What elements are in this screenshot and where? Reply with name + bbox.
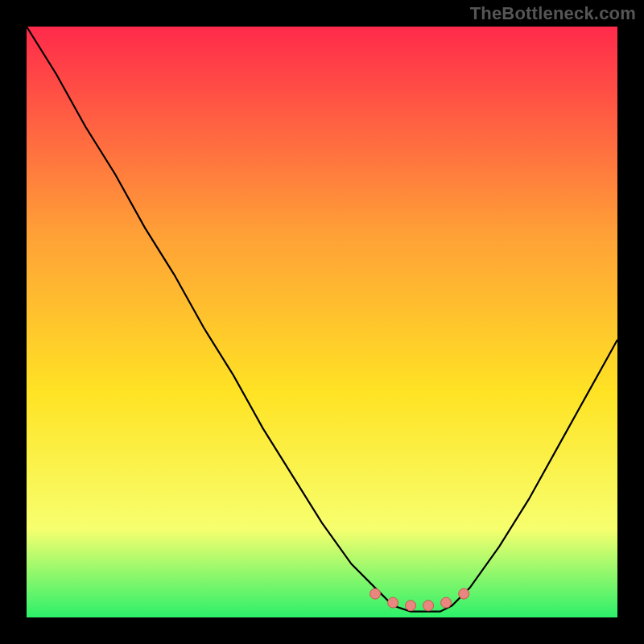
marker-dot <box>441 597 452 608</box>
marker-dot <box>370 588 381 599</box>
plot-area <box>27 27 617 617</box>
gradient-background <box>27 27 617 617</box>
chart-frame: TheBottleneck.com <box>0 0 644 644</box>
marker-dot <box>423 601 434 611</box>
watermark-text: TheBottleneck.com <box>470 3 636 24</box>
marker-dot <box>388 597 398 608</box>
marker-dot <box>459 588 469 599</box>
marker-dot <box>406 601 416 611</box>
chart-svg <box>27 27 617 617</box>
